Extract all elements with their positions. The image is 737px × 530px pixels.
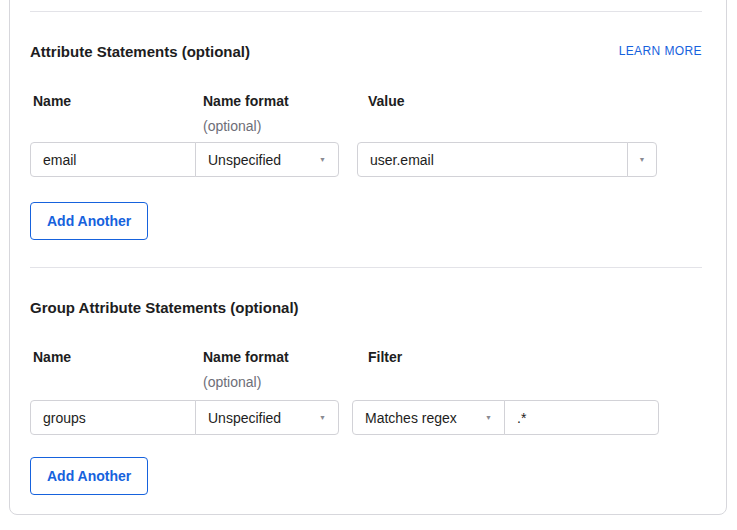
app-viewport: Attribute Statements (optional) LEARN MO… <box>0 0 737 530</box>
group-attribute-filter-value-input[interactable] <box>504 400 659 435</box>
group-attribute-statements-column-labels: Name Name format Filter <box>30 349 702 365</box>
chevron-down-icon: ▼ <box>319 156 326 163</box>
saml-settings-card: Attribute Statements (optional) LEARN MO… <box>9 0 727 515</box>
divider <box>30 11 702 12</box>
attribute-name-input[interactable] <box>30 142 196 177</box>
group-attribute-name-format-select[interactable]: Unspecified ▼ <box>195 400 339 435</box>
group-attribute-name-input[interactable] <box>30 400 196 435</box>
name-format-column-label: Name format <box>196 93 358 109</box>
chevron-down-icon: ▼ <box>485 414 492 421</box>
name-format-optional-note-row: (optional) <box>30 118 702 134</box>
attribute-value-dropdown-toggle[interactable]: ▼ <box>627 142 657 177</box>
divider <box>30 267 702 268</box>
attribute-statements-column-labels: Name Name format Value <box>30 93 702 109</box>
attribute-statement-row: Unspecified ▼ ▼ <box>30 142 702 177</box>
value-column-label: Value <box>358 93 405 109</box>
spacer <box>30 118 196 134</box>
name-column-label: Name <box>30 349 196 365</box>
add-another-attribute-button[interactable]: Add Another <box>30 202 148 240</box>
group-attribute-statements-header: Group Attribute Statements (optional) <box>30 298 702 318</box>
attribute-value-input[interactable] <box>357 142 628 177</box>
name-format-optional-note-row: (optional) <box>30 374 702 390</box>
add-another-group-attribute-button[interactable]: Add Another <box>30 457 148 495</box>
name-format-column-label: Name format <box>196 349 358 365</box>
learn-more-link[interactable]: LEARN MORE <box>619 42 702 60</box>
group-attribute-filter-type-select[interactable]: Matches regex ▼ <box>352 400 505 435</box>
attribute-name-format-select[interactable]: Unspecified ▼ <box>195 142 339 177</box>
attribute-value-group: ▼ <box>357 142 657 177</box>
attribute-statements-title: Attribute Statements (optional) <box>30 42 250 62</box>
group-attribute-filter-group: Matches regex ▼ <box>352 400 659 435</box>
attribute-statements-header: Attribute Statements (optional) LEARN MO… <box>30 42 702 62</box>
name-format-optional-note: (optional) <box>196 374 261 390</box>
name-column-label: Name <box>30 93 196 109</box>
group-attribute-name-format-selected: Unspecified <box>208 410 281 426</box>
chevron-down-icon: ▼ <box>319 414 326 421</box>
spacer <box>30 374 196 390</box>
name-format-optional-note: (optional) <box>196 118 261 134</box>
attribute-name-format-selected: Unspecified <box>208 152 281 168</box>
group-attribute-statements-title: Group Attribute Statements (optional) <box>30 298 299 318</box>
group-attribute-filter-type-selected: Matches regex <box>365 410 457 426</box>
chevron-down-icon: ▼ <box>639 156 646 163</box>
filter-column-label: Filter <box>358 349 402 365</box>
group-attribute-statement-row: Unspecified ▼ Matches regex ▼ <box>30 400 702 435</box>
